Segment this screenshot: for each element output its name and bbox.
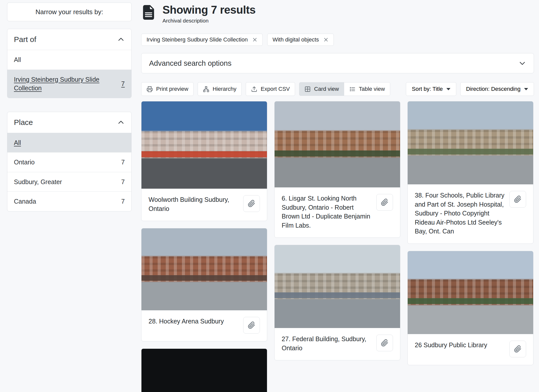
filter-pill-collection: Irving Steinberg Sudbury Slide Collectio… [141,34,263,46]
filter-pill-digital-objects: With digital objects [267,34,334,46]
paperclip-icon [381,199,388,206]
facet-option-label: Canada [14,197,36,206]
facet-section-title: Part of [14,35,36,44]
sort-by-dropdown[interactable]: Sort by: Title [406,82,456,96]
chevron-down-icon [519,59,526,67]
attachment-button[interactable] [243,195,260,212]
hierarchy-button[interactable]: Hierarchy [198,82,242,96]
attachment-button[interactable] [509,341,526,357]
paperclip-icon [248,200,255,207]
print-preview-button[interactable]: Print preview [141,82,194,96]
result-card-body: 27. Federal Building, Sudbury, Ontario [275,328,400,360]
chevron-up-icon [117,119,125,126]
caret-down-icon [524,88,528,90]
facet-option-place-all[interactable]: All [7,133,131,153]
export-icon [251,86,257,92]
attachment-button[interactable] [243,317,260,334]
result-thumbnail[interactable] [141,228,267,310]
facet-option-count[interactable]: 7 [121,79,125,88]
facet-section-place: Place All Ontario 7 Sudbury, Greater 7 C… [7,112,132,211]
direction-dropdown[interactable]: Direction: Descending [460,82,534,96]
sort-by-label: Sort by: Title [412,86,443,92]
table-view-button[interactable]: Table view [344,82,390,96]
attachment-button[interactable] [376,335,393,351]
facet-option-count: 7 [121,178,125,186]
paperclip-icon [381,339,388,347]
result-card[interactable]: 38. Four Schools, Public Library and Par… [407,101,533,244]
chevron-up-icon [117,36,125,43]
grid-icon [304,86,311,92]
result-title-link[interactable]: 26 Sudbury Public Library [415,341,505,350]
direction-label: Direction: Descending [466,86,521,92]
result-title-link[interactable]: 38. Four Schools, Public Library and Par… [415,191,505,236]
file-text-icon [141,5,156,20]
result-title-link[interactable]: Woolworth Building Sudbury, Ontario [149,195,239,213]
facet-option-part-of-all[interactable]: All [7,50,131,70]
page-title: Showing 7 results [162,4,256,16]
print-preview-label: Print preview [156,86,188,92]
page-subtitle: Archival description [162,18,256,24]
result-card-body: 6. Lisgar St. Looking North Sudbury, Ont… [275,187,400,237]
facet-option-label[interactable]: All [14,138,21,147]
attachment-button[interactable] [509,191,526,208]
result-thumbnail[interactable] [275,101,400,187]
facet-sidebar: Narrow your results by: Part of All Irvi… [7,3,132,225]
active-filters: Irving Steinberg Sudbury Slide Collectio… [141,34,334,46]
result-card[interactable]: 26 Sudbury Public Library [407,251,533,365]
facet-option-label: Sudbury, Greater [14,178,62,186]
close-icon[interactable] [252,37,257,42]
result-card-body: Woolworth Building Sudbury, Ontario [141,189,267,221]
view-toggle-group: Card view Table view [299,82,390,96]
result-thumbnail[interactable] [141,349,267,392]
result-card-body: 26 Sudbury Public Library [408,334,533,365]
printer-icon [147,86,153,92]
result-card-body: 28. Hockey Arena Sudbury [141,310,267,341]
facet-section-part-of: Part of All Irving Steinberg Sudbury Sli… [7,29,132,98]
facet-section-place-header[interactable]: Place [7,112,131,133]
facet-option-label[interactable]: Irving Steinberg Sudbury Slide Collectio… [14,75,116,93]
attachment-button[interactable] [376,194,393,211]
result-thumbnail[interactable] [141,101,267,189]
filter-pill-label: Irving Steinberg Sudbury Slide Collectio… [147,36,248,43]
results-column: 38. Four Schools, Public Library and Par… [407,101,533,365]
facet-option-part-of-collection[interactable]: Irving Steinberg Sudbury Slide Collectio… [7,70,131,98]
facet-option-place-ontario[interactable]: Ontario 7 [7,152,131,172]
paperclip-icon [514,345,522,353]
facet-option-label: Ontario [14,158,35,167]
facet-option-place-canada[interactable]: Canada 7 [7,191,131,211]
result-title-link[interactable]: 6. Lisgar St. Looking North Sudbury, Ont… [282,194,372,230]
facet-section-part-of-header[interactable]: Part of [7,29,131,50]
card-view-button[interactable]: Card view [299,82,344,96]
list-icon [349,86,356,92]
result-card[interactable] [141,349,267,392]
table-view-label: Table view [359,86,385,92]
sidebar-title-card: Narrow your results by: [7,3,132,21]
facet-section-title: Place [14,118,33,127]
facet-option-place-sudbury[interactable]: Sudbury, Greater 7 [7,172,131,192]
result-card[interactable]: 28. Hockey Arena Sudbury [141,228,267,341]
facet-option-count: 7 [121,158,125,167]
card-view-label: Card view [314,86,339,92]
page-header: Showing 7 results Archival description [141,4,256,24]
result-card[interactable]: 6. Lisgar St. Looking North Sudbury, Ont… [274,101,400,238]
advanced-search-label: Advanced search options [149,59,232,68]
export-csv-button[interactable]: Export CSV [246,82,295,96]
result-card[interactable]: 27. Federal Building, Sudbury, Ontario [274,245,400,360]
hierarchy-label: Hierarchy [213,86,236,92]
filter-pill-label: With digital objects [273,36,319,43]
sidebar-title: Narrow your results by: [35,8,103,16]
close-icon[interactable] [323,37,328,42]
result-thumbnail[interactable] [408,251,533,334]
hierarchy-icon [203,86,209,92]
caret-down-icon [446,88,450,90]
advanced-search-toggle[interactable]: Advanced search options [141,53,534,73]
result-thumbnail[interactable] [408,101,533,184]
result-card-body: 38. Four Schools, Public Library and Par… [408,184,533,244]
facet-option-count: 7 [121,197,125,206]
result-title-link[interactable]: 28. Hockey Arena Sudbury [149,317,239,326]
facet-option-label: All [14,55,21,64]
result-title-link[interactable]: 27. Federal Building, Sudbury, Ontario [282,335,372,353]
result-thumbnail[interactable] [275,245,400,328]
results-column: Woolworth Building Sudbury, Ontario28. H… [141,101,267,392]
result-card[interactable]: Woolworth Building Sudbury, Ontario [141,101,267,221]
